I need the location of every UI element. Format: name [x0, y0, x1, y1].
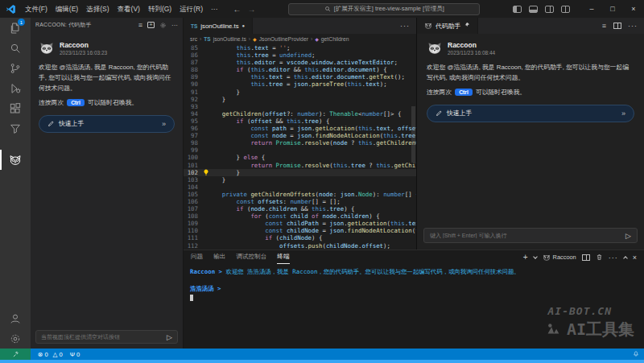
line-number[interactable]: 107	[184, 205, 201, 212]
line-number[interactable]: 87	[184, 59, 201, 66]
code-line[interactable]: 105 private getChildrenOffsets(node: jso…	[184, 191, 416, 198]
line-number[interactable]: 103	[184, 176, 201, 184]
maximize-panel-icon[interactable]	[623, 256, 628, 261]
code-line[interactable]: 100 } else {	[184, 154, 416, 161]
modified-dot-icon[interactable]: ●	[242, 23, 246, 28]
split-terminal-icon[interactable]	[582, 254, 590, 261]
line-number[interactable]: 97	[184, 132, 201, 139]
session-list-icon[interactable]: ≡	[138, 21, 142, 29]
terminal-profile[interactable]: Raccoon	[543, 254, 576, 262]
breadcrumb-file[interactable]: jsonOutline.ts	[213, 36, 246, 42]
panel-tab-输出[interactable]: 输出	[213, 250, 225, 264]
code-line[interactable]: 86 this.tree = undefined;	[184, 52, 416, 59]
pin-icon[interactable]	[464, 22, 470, 30]
raccoon-view-icon[interactable]	[0, 150, 31, 170]
breadcrumb-src[interactable]: src	[190, 36, 197, 42]
line-number[interactable]: 92	[184, 96, 201, 103]
close-button[interactable]: ×	[623, 0, 644, 18]
menu-item[interactable]: 编辑(E)	[52, 0, 82, 18]
line-number[interactable]: 101	[184, 162, 201, 169]
maximize-button[interactable]: □	[602, 0, 623, 18]
menu-item[interactable]: 选择(S)	[82, 0, 113, 18]
toggle-panel-icon[interactable]	[529, 6, 538, 13]
line-number[interactable]: 112	[184, 242, 201, 250]
close-panel-icon[interactable]: ×	[633, 254, 637, 262]
code-line[interactable]: 93	[184, 103, 416, 110]
settings-gear-icon[interactable]	[0, 328, 31, 349]
kill-terminal-trash-icon[interactable]	[596, 254, 603, 261]
tab-jsonoutline[interactable]: TS jsonOutline.ts ●	[184, 18, 253, 34]
code-line[interactable]: 98 return Promise.resolve(node ? this.ge…	[184, 139, 416, 146]
panel-tab-终端[interactable]: 终端	[277, 250, 289, 264]
menu-item[interactable]: 运行(R)	[175, 0, 207, 18]
remote-indicator[interactable]	[0, 349, 31, 360]
forward-icon[interactable]: →	[247, 5, 255, 14]
line-number[interactable]: 88	[184, 66, 201, 73]
problems-status[interactable]: ⊗ 0 △ 0	[38, 351, 63, 358]
code-line[interactable]: 103 }	[184, 176, 416, 184]
line-number[interactable]: 99	[184, 146, 201, 154]
code-line[interactable]: 91 }	[184, 89, 416, 96]
menu-item[interactable]: ···	[207, 0, 222, 18]
breadcrumb-class[interactable]: JsonOutlineProvider	[259, 36, 308, 42]
line-number[interactable]: 102	[184, 169, 201, 176]
back-icon[interactable]: ←	[233, 5, 241, 14]
extensions-icon[interactable]	[0, 98, 31, 118]
code-line[interactable]: 96 const path = json.getLocation(this.te…	[184, 125, 416, 132]
code-line[interactable]: 111 if (childNode) {	[184, 234, 416, 241]
send-icon[interactable]: ▷	[625, 232, 631, 240]
panel-more-actions-icon[interactable]: ···	[609, 254, 618, 262]
code-line[interactable]: 109 const childPath = json.getLocation(t…	[184, 220, 416, 227]
code-editor[interactable]: 85 this.text = '';86 this.tree = undefin…	[184, 44, 416, 250]
line-number[interactable]: 108	[184, 212, 201, 220]
editor-more-actions-icon[interactable]: ···	[394, 18, 416, 34]
menu-item[interactable]: 查看(V)	[114, 0, 144, 18]
code-line[interactable]: 92 }	[184, 96, 416, 103]
line-number[interactable]: 90	[184, 80, 201, 88]
line-number[interactable]: 93	[184, 103, 201, 110]
customize-layout-icon[interactable]	[561, 6, 570, 13]
code-line[interactable]: 108 for (const child of node.children) {	[184, 212, 416, 220]
line-number[interactable]: 85	[184, 44, 201, 52]
code-line[interactable]: 94 getChildren(offset?: number): Thenabl…	[184, 110, 416, 118]
code-line[interactable]: 88 if (this.editor && this.editor.docume…	[184, 66, 416, 73]
terminal-profile-dropdown-icon[interactable]	[533, 254, 538, 259]
code-line[interactable]: 110 const childNode = json.findNodeAtLoc…	[184, 227, 416, 234]
line-number[interactable]: 94	[184, 110, 201, 118]
lightbulb-icon[interactable]	[203, 169, 209, 176]
menu-item[interactable]: 转到(G)	[144, 0, 175, 18]
explorer-icon[interactable]: 1	[0, 18, 31, 38]
tab-code-assistant[interactable]: 代码助手	[417, 18, 478, 34]
notifications-area[interactable]	[633, 351, 639, 357]
panel-tab-问题[interactable]: 问题	[191, 250, 203, 264]
line-number[interactable]: 110	[184, 227, 201, 234]
code-line[interactable]: 89 this.text = this.editor.document.getT…	[184, 73, 416, 80]
code-line[interactable]: 106 const offsets: number[] = [];	[184, 198, 416, 205]
sidebar-chat-input[interactable]	[41, 334, 163, 340]
line-number[interactable]: 86	[184, 52, 201, 59]
code-line[interactable]: 101 return Promise.resolve(this.tree ? t…	[184, 162, 416, 169]
toolbar-list-icon[interactable]: ≡	[602, 22, 607, 30]
code-line[interactable]: 107 if (node.children && this.tree) {	[184, 205, 416, 212]
ports-status[interactable]: Ψ 0	[70, 351, 80, 358]
send-icon[interactable]: ▷	[167, 333, 172, 341]
minimize-button[interactable]: –	[581, 0, 602, 18]
new-chat-icon[interactable]: +	[147, 22, 155, 28]
line-number[interactable]: 109	[184, 220, 201, 227]
line-number[interactable]: 106	[184, 198, 201, 205]
line-number[interactable]: 96	[184, 125, 201, 132]
code-line[interactable]: 87 this.editor = vscode.window.activeTex…	[184, 59, 416, 66]
code-line[interactable]: 99	[184, 146, 416, 154]
quickstart-button[interactable]: 快速上手 »	[39, 115, 175, 133]
source-control-icon[interactable]	[0, 58, 31, 78]
line-number[interactable]: 98	[184, 139, 201, 146]
search-view-icon[interactable]	[0, 38, 31, 58]
line-number[interactable]: 95	[184, 118, 201, 125]
line-number[interactable]: 104	[184, 184, 201, 191]
split-editor-icon[interactable]	[613, 23, 621, 29]
menu-item[interactable]: 文件(F)	[21, 0, 52, 18]
toggle-sidebar-icon[interactable]	[513, 6, 522, 13]
code-line[interactable]: 97 const node = json.findNodeAtLocation(…	[184, 132, 416, 139]
sidebar-more-icon[interactable]: ···	[171, 22, 178, 29]
assistant-more-actions-icon[interactable]: ···	[628, 22, 638, 30]
